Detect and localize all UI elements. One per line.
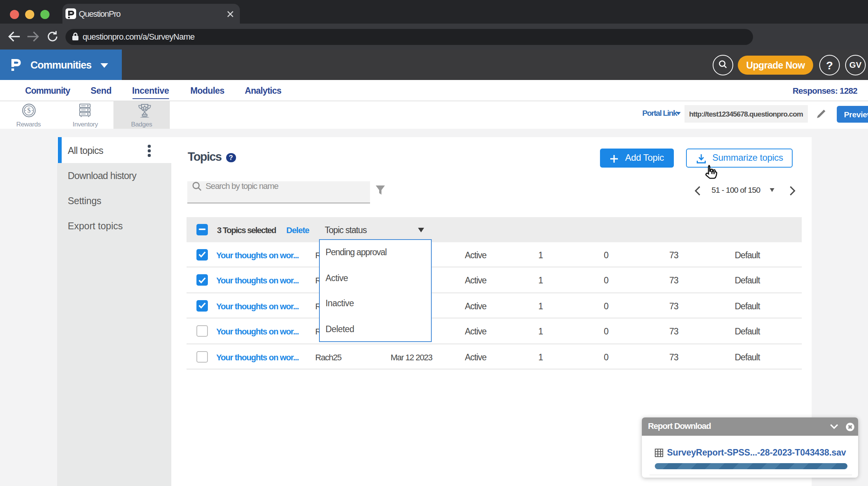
svg-text:$: $: [27, 106, 31, 114]
